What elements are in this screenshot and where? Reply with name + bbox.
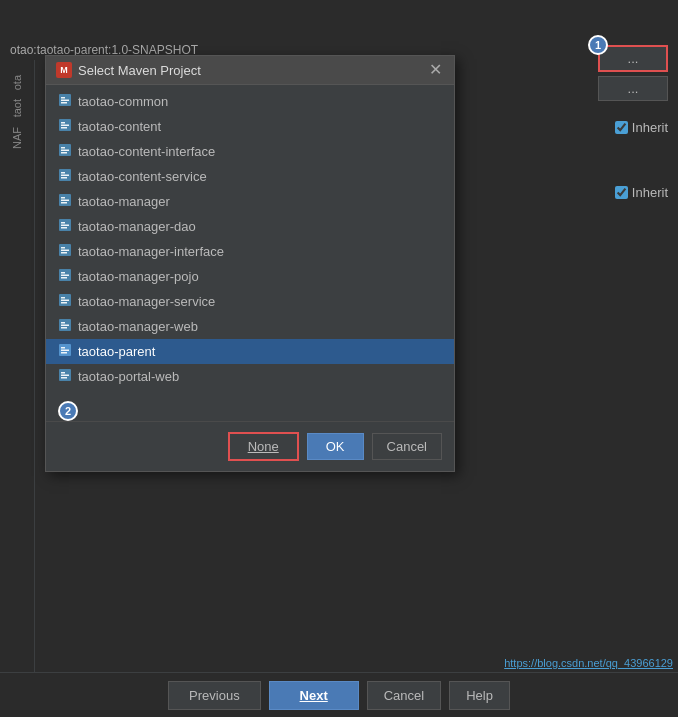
- svg-rect-7: [61, 127, 67, 129]
- project-list-item[interactable]: taotao-common: [46, 89, 454, 114]
- next-button[interactable]: Next: [269, 681, 359, 710]
- svg-rect-13: [61, 172, 65, 174]
- svg-rect-14: [61, 175, 69, 177]
- project-list-item[interactable]: taotao-portal-web: [46, 364, 454, 389]
- project-list: taotao-common taotao-content taotao-cont…: [46, 85, 454, 393]
- project-list-item[interactable]: taotao-manager-dao: [46, 214, 454, 239]
- inherit-row-1: Inherit: [615, 120, 668, 135]
- previous-button[interactable]: Previous: [168, 681, 261, 710]
- svg-rect-19: [61, 202, 67, 204]
- svg-rect-22: [61, 225, 69, 227]
- svg-rect-30: [61, 275, 69, 277]
- svg-rect-42: [61, 350, 69, 352]
- sidebar-label-2: taot: [11, 99, 23, 117]
- svg-rect-38: [61, 325, 69, 327]
- modal-close-button[interactable]: ✕: [427, 62, 444, 78]
- ok-button[interactable]: OK: [307, 433, 364, 460]
- badge-1: 1: [588, 35, 608, 55]
- none-button[interactable]: None: [228, 432, 299, 461]
- svg-rect-27: [61, 252, 67, 254]
- watermark-link: https://blog.csdn.net/qq_43966129: [504, 657, 673, 669]
- modal-title-text: Select Maven Project: [78, 63, 201, 78]
- modal-title-left: M Select Maven Project: [56, 62, 201, 78]
- inherit-label-1: Inherit: [632, 120, 668, 135]
- sidebar-label-1: ota: [11, 75, 23, 90]
- bottom-nav: Previous Next Cancel Help: [0, 672, 678, 717]
- inherit-checkbox-1[interactable]: [615, 121, 628, 134]
- project-name: taotao-manager: [78, 194, 170, 209]
- svg-rect-26: [61, 250, 69, 252]
- project-list-item[interactable]: taotao-manager-interface: [46, 239, 454, 264]
- sidebar-label-3: NAF: [11, 127, 23, 149]
- svg-rect-41: [61, 347, 65, 349]
- badge2-area: 2: [46, 393, 454, 421]
- project-list-item[interactable]: taotao-parent: [46, 339, 454, 364]
- inherit-label-2: Inherit: [632, 185, 668, 200]
- svg-rect-43: [61, 352, 67, 354]
- maven-module-icon: [58, 368, 72, 385]
- maven-icon: M: [56, 62, 72, 78]
- svg-rect-23: [61, 227, 67, 229]
- maven-module-icon: [58, 193, 72, 210]
- maven-module-icon: [58, 243, 72, 260]
- project-name: taotao-manager-service: [78, 294, 215, 309]
- project-name: taotao-manager-pojo: [78, 269, 199, 284]
- help-button[interactable]: Help: [449, 681, 510, 710]
- svg-rect-3: [61, 102, 67, 104]
- modal-title-bar: M Select Maven Project ✕: [46, 56, 454, 85]
- project-list-item[interactable]: taotao-content: [46, 114, 454, 139]
- svg-rect-6: [61, 125, 69, 127]
- svg-rect-15: [61, 177, 67, 179]
- svg-rect-31: [61, 277, 67, 279]
- nav-cancel-button[interactable]: Cancel: [367, 681, 441, 710]
- svg-rect-18: [61, 200, 69, 202]
- svg-rect-21: [61, 222, 65, 224]
- project-name: taotao-portal-web: [78, 369, 179, 384]
- btn-dots-plain[interactable]: ...: [598, 76, 668, 101]
- svg-rect-39: [61, 327, 67, 329]
- svg-rect-9: [61, 147, 65, 149]
- maven-module-icon: [58, 118, 72, 135]
- svg-rect-17: [61, 197, 65, 199]
- select-maven-project-dialog: M Select Maven Project ✕ taotao-common t…: [45, 55, 455, 472]
- badge-2: 2: [58, 401, 78, 421]
- maven-module-icon: [58, 93, 72, 110]
- project-name: taotao-manager-web: [78, 319, 198, 334]
- project-list-item[interactable]: taotao-manager-web: [46, 314, 454, 339]
- project-list-item[interactable]: taotao-content-service: [46, 164, 454, 189]
- svg-rect-1: [61, 97, 65, 99]
- inherit-checkbox-2[interactable]: [615, 186, 628, 199]
- maven-module-icon: [58, 318, 72, 335]
- btn-dots-highlight[interactable]: ...: [598, 45, 668, 72]
- svg-rect-11: [61, 152, 67, 154]
- svg-rect-25: [61, 247, 65, 249]
- project-list-item[interactable]: taotao-manager: [46, 189, 454, 214]
- svg-rect-34: [61, 300, 69, 302]
- svg-rect-10: [61, 150, 69, 152]
- inherit-area: Inherit Inherit: [615, 120, 668, 200]
- svg-rect-33: [61, 297, 65, 299]
- svg-rect-45: [61, 372, 65, 374]
- cancel-button[interactable]: Cancel: [372, 433, 442, 460]
- project-name: taotao-content: [78, 119, 161, 134]
- maven-module-icon: [58, 293, 72, 310]
- project-list-item[interactable]: taotao-manager-service: [46, 289, 454, 314]
- project-name: taotao-parent: [78, 344, 155, 359]
- maven-module-icon: [58, 143, 72, 160]
- maven-module-icon: [58, 268, 72, 285]
- svg-rect-5: [61, 122, 65, 124]
- left-sidebar: ota taot NAF: [0, 60, 35, 717]
- project-list-item[interactable]: taotao-content-interface: [46, 139, 454, 164]
- svg-rect-2: [61, 100, 69, 102]
- svg-rect-37: [61, 322, 65, 324]
- project-list-item[interactable]: taotao-manager-pojo: [46, 264, 454, 289]
- modal-footer: None OK Cancel: [46, 421, 454, 471]
- svg-rect-46: [61, 375, 69, 377]
- svg-rect-47: [61, 377, 67, 379]
- maven-module-icon: [58, 218, 72, 235]
- inherit-row-2: Inherit: [615, 185, 668, 200]
- project-name: taotao-manager-dao: [78, 219, 196, 234]
- project-name: taotao-content-service: [78, 169, 207, 184]
- svg-rect-29: [61, 272, 65, 274]
- project-name: taotao-manager-interface: [78, 244, 224, 259]
